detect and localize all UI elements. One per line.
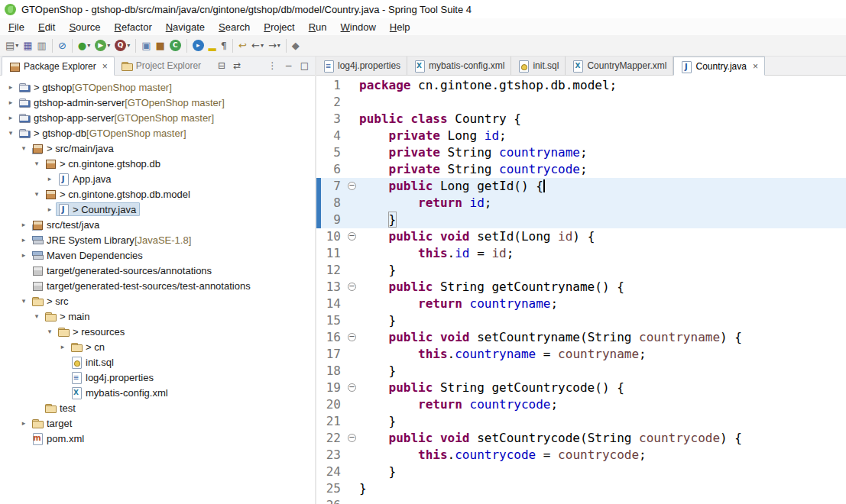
code-line-19[interactable]: 19− public String getCountrycode() { (316, 380, 846, 396)
menu-run[interactable]: Run (302, 20, 334, 34)
dropdown-caret-icon[interactable]: ▾ (15, 42, 18, 49)
code-line-16[interactable]: 16− public void setCountryname(String co… (316, 329, 846, 346)
code-line-10[interactable]: 10− public void setId(Long id) { (316, 228, 846, 245)
code-line-4[interactable]: 4 private Long id; (316, 128, 846, 144)
view-tab-package-explorer[interactable]: Package Explorer× (2, 57, 115, 76)
editor-tab-country-java[interactable]: Country.java× (673, 57, 765, 76)
collapse-arrow-icon[interactable]: ▾ (44, 328, 56, 335)
print-button[interactable]: ▥ (35, 38, 49, 53)
expand-arrow-icon[interactable]: ▸ (44, 205, 56, 213)
expand-arrow-icon[interactable]: ▸ (18, 221, 30, 228)
show-whitespace-button[interactable]: ¶ (219, 38, 229, 53)
code-line-24[interactable]: 24 } (316, 464, 846, 480)
code-line-1[interactable]: 1package cn.gintone.gtshop.db.model; (316, 77, 846, 94)
collapse-fold-icon[interactable]: − (348, 383, 356, 392)
tree-item-test[interactable]: test (0, 400, 315, 415)
code-line-17[interactable]: 17 this.countryname = countryname; (316, 346, 846, 363)
tree-item-gtshop-app-server[interactable]: ▸gtshop-app-server [GTOpenShop master] (0, 110, 315, 125)
menu-source[interactable]: Source (62, 20, 107, 34)
collapse-fold-icon[interactable]: − (348, 283, 356, 291)
collapse-fold-icon[interactable]: − (348, 434, 356, 442)
tree-item-pom-xml[interactable]: pom.xml (0, 431, 315, 446)
menu-search[interactable]: Search (212, 20, 257, 34)
close-icon[interactable]: × (102, 62, 108, 71)
last-edit-location-button[interactable]: ↩ (236, 38, 249, 53)
code-line-3[interactable]: 3public class Country { (316, 111, 846, 128)
debug-button[interactable]: ●▾ (76, 38, 92, 53)
menu-file[interactable]: File (2, 20, 31, 34)
tree-item-app-java[interactable]: ▸App.java (0, 171, 315, 186)
expand-arrow-icon[interactable]: ▸ (5, 114, 17, 121)
coverage-button[interactable]: Q▾ (112, 38, 132, 53)
collapse-arrow-icon[interactable]: ▾ (31, 190, 43, 198)
expand-arrow-icon[interactable]: ▸ (18, 251, 30, 259)
tree-item-src-main-java[interactable]: ▾> src/main/java (0, 141, 315, 156)
dropdown-caret-icon[interactable]: ▾ (87, 42, 90, 49)
code-line-9[interactable]: 9 } (316, 212, 846, 228)
view-tab-project-explorer[interactable]: Project Explorer (115, 57, 207, 75)
tree-item-gtshop-admin-server[interactable]: ▸gtshop-admin-server [GTOpenShop master] (0, 95, 315, 110)
code-line-8[interactable]: 8 return id; (316, 195, 846, 212)
tree-item-main[interactable]: ▾> main (0, 309, 315, 324)
link-with-editor-icon[interactable]: ⇄ (233, 60, 241, 71)
code-line-2[interactable]: 2 (316, 94, 846, 111)
dropdown-caret-icon[interactable]: ▾ (107, 42, 110, 49)
code-line-13[interactable]: 13− public String getCountryname() { (316, 279, 846, 296)
save-button[interactable]: ▦ (21, 38, 34, 53)
tree-item-maven-dependencies[interactable]: ▸Maven Dependencies (0, 247, 315, 263)
minimize-icon[interactable]: − (285, 60, 293, 71)
pin-editor-button[interactable]: ◆ (290, 38, 302, 53)
tree-item-cn[interactable]: ▸> cn (0, 339, 315, 354)
mark-occurrences-button[interactable]: ▂ (206, 38, 219, 53)
code-line-14[interactable]: 14 return countryname; (316, 296, 846, 312)
back-button[interactable]: ←▾ (249, 38, 266, 53)
tree-item-cn-gintone-gtshop-db-model[interactable]: ▾> cn.gintone.gtshop.db.model (0, 186, 315, 202)
tree-item-country-java[interactable]: ▸> Country.java (0, 202, 315, 217)
expand-arrow-icon[interactable]: ▸ (57, 343, 69, 351)
code-line-11[interactable]: 11 this.id = id; (316, 245, 846, 262)
tree-item-target[interactable]: ▸target (0, 415, 315, 431)
tree-item-gtshop[interactable]: ▸> gtshop [GTOpenShop master] (0, 79, 315, 95)
dropdown-caret-icon[interactable]: ▾ (261, 42, 264, 49)
tree-item-resources[interactable]: ▾> resources (0, 324, 315, 339)
expand-arrow-icon[interactable]: ▸ (18, 236, 30, 244)
dropdown-caret-icon[interactable]: ▾ (277, 42, 280, 49)
code-line-23[interactable]: 23 this.countrycode = countrycode; (316, 447, 846, 464)
forward-button[interactable]: →▾ (266, 38, 283, 53)
tree-item-target-generated-sources-annotations[interactable]: target/generated-sources/annotations (0, 263, 315, 278)
tree-item-mybatis-config-xml[interactable]: mybatis-config.xml (0, 385, 315, 400)
collapse-fold-icon[interactable]: − (348, 333, 356, 341)
editor-tab-init-sql[interactable]: init.sql (511, 57, 566, 75)
expand-arrow-icon[interactable]: ▸ (5, 99, 17, 106)
menu-help[interactable]: Help (383, 20, 417, 34)
collapse-fold-icon[interactable]: − (348, 182, 356, 190)
expand-arrow-icon[interactable]: ▸ (44, 175, 56, 183)
tree-item-gtshop-db[interactable]: ▾> gtshop-db [GTOpenShop master] (0, 125, 315, 141)
tree-item-init-sql[interactable]: init.sql (0, 354, 315, 370)
maximize-icon[interactable]: □ (300, 60, 309, 71)
code-line-26[interactable]: 26 (316, 497, 846, 504)
code-line-20[interactable]: 20 return countrycode; (316, 396, 846, 413)
code-line-21[interactable]: 21 } (316, 413, 846, 430)
collapse-arrow-icon[interactable]: ▾ (31, 312, 43, 320)
code-line-25[interactable]: 25} (316, 480, 846, 497)
menu-refactor[interactable]: Refactor (108, 20, 159, 34)
close-icon[interactable]: × (753, 62, 758, 71)
editor-tab-log4j-properties[interactable]: log4j.properties (316, 57, 407, 75)
search-button[interactable]: ▸ (190, 38, 206, 53)
code-line-18[interactable]: 18 } (316, 363, 846, 380)
tree-item-cn-gintone-gtshop-db[interactable]: ▾> cn.gintone.gtshop.db (0, 156, 315, 171)
collapse-fold-icon[interactable]: − (348, 232, 356, 241)
collapse-arrow-icon[interactable]: ▾ (18, 297, 30, 305)
editor-tab-countrymapper-xml[interactable]: CountryMapper.xml (566, 57, 673, 75)
code-line-6[interactable]: 6 private String countrycode; (316, 161, 846, 178)
collapse-all-icon[interactable]: ⊟ (218, 60, 225, 71)
view-menu-icon[interactable]: ⋮ (268, 60, 277, 71)
code-line-5[interactable]: 5 private String countryname; (316, 144, 846, 161)
menu-navigate[interactable]: Navigate (159, 20, 212, 34)
tree-item-jre-system-library[interactable]: ▸JRE System Library [JavaSE-1.8] (0, 232, 315, 247)
new-java-project-button[interactable]: ▣ (139, 38, 153, 53)
collapse-arrow-icon[interactable]: ▾ (5, 129, 17, 137)
run-button[interactable]: ▶▾ (92, 38, 112, 53)
tree-item-log4j-properties[interactable]: log4j.properties (0, 370, 315, 385)
